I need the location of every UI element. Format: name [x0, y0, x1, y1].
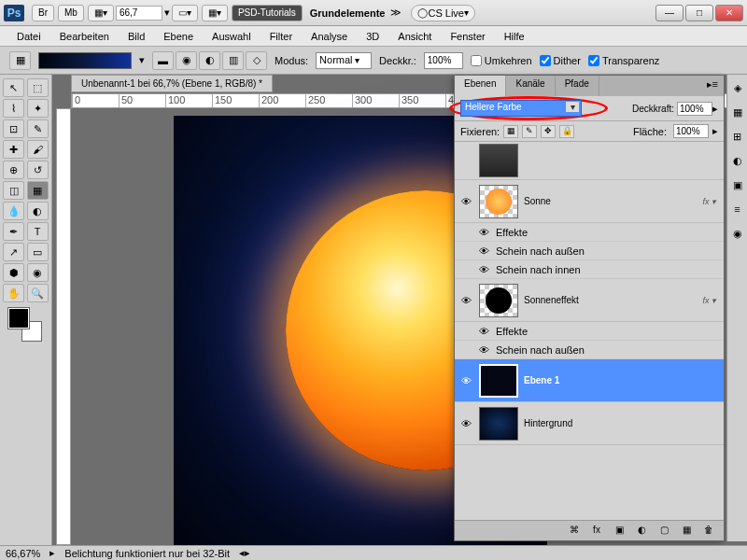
- wand-tool[interactable]: ✦: [27, 99, 49, 118]
- effect-outer-glow[interactable]: 👁Schein nach außen: [455, 242, 724, 260]
- gradient-tool[interactable]: ▦: [27, 181, 49, 200]
- pen-tool[interactable]: ✒: [3, 222, 24, 241]
- dither-checkbox[interactable]: Dither: [540, 55, 581, 66]
- layer-name[interactable]: Sonneneffekt: [524, 295, 697, 305]
- styles-icon[interactable]: ⊞: [730, 129, 745, 144]
- crop-tool[interactable]: ⊡: [3, 119, 24, 138]
- adjustments-icon[interactable]: ◐: [730, 153, 745, 168]
- menu-ansicht[interactable]: Ansicht: [390, 29, 439, 44]
- reverse-checkbox[interactable]: Umkehren: [471, 55, 532, 66]
- layer-sonne[interactable]: 👁 Sonne fx ▾: [455, 180, 724, 223]
- new-layer-icon[interactable]: ▦: [679, 525, 694, 538]
- lasso-tool[interactable]: ⌇: [3, 99, 24, 118]
- group-icon[interactable]: ▢: [656, 525, 671, 538]
- visibility-icon[interactable]: 👁: [458, 195, 473, 208]
- workspace-grundelemente[interactable]: Grundelemente: [310, 7, 386, 19]
- gradient-angle-icon[interactable]: ◐: [199, 51, 220, 70]
- shape-tool[interactable]: ▭: [27, 243, 49, 261]
- window-close[interactable]: ✕: [715, 5, 743, 21]
- menu-fenster[interactable]: Fenster: [443, 29, 492, 44]
- 3d-camera-tool[interactable]: ◉: [27, 263, 49, 282]
- dodge-tool[interactable]: ◐: [27, 202, 49, 220]
- lock-all-icon[interactable]: 🔒: [559, 125, 574, 138]
- fx-icon[interactable]: fx ▾: [702, 197, 716, 206]
- history-brush-tool[interactable]: ↺: [27, 161, 49, 179]
- tab-ebenen[interactable]: Ebenen: [455, 76, 506, 96]
- transparency-checkbox[interactable]: Transparenz: [588, 55, 659, 66]
- lock-pixels-icon[interactable]: ✎: [522, 125, 537, 138]
- gradient-radial-icon[interactable]: ◉: [176, 51, 197, 70]
- blend-mode-dropdown[interactable]: Hellere Farbe: [460, 100, 582, 117]
- gradient-reflected-icon[interactable]: ▥: [222, 51, 244, 70]
- healing-tool[interactable]: ✚: [3, 140, 24, 159]
- marquee-tool[interactable]: ⬚: [27, 78, 49, 97]
- 3d-tool[interactable]: ⬢: [3, 263, 24, 282]
- visibility-icon[interactable]: 👁: [458, 417, 473, 430]
- layer-hintergrund[interactable]: 👁 Hintergrund: [455, 402, 724, 445]
- workspace-psd-tutorials[interactable]: PSD-Tutorials: [232, 5, 303, 21]
- effect-inner-glow[interactable]: 👁Schein nach innen: [455, 260, 724, 279]
- move-tool[interactable]: ↖: [3, 78, 24, 97]
- adjustment-layer-icon[interactable]: ◐: [634, 525, 649, 538]
- gradient-tool-icon[interactable]: ▦: [9, 51, 31, 70]
- stamp-tool[interactable]: ⊕: [3, 161, 24, 179]
- document-tab[interactable]: Unbenannt-1 bei 66,7% (Ebene 1, RGB/8) *: [71, 75, 273, 92]
- menu-hilfe[interactable]: Hilfe: [497, 29, 532, 44]
- zoom-input[interactable]: [116, 6, 162, 21]
- view-extras-button[interactable]: ▦▾: [88, 5, 114, 21]
- eraser-tool[interactable]: ◫: [3, 181, 24, 200]
- layer-thumb[interactable]: [479, 407, 518, 441]
- gradient-diamond-icon[interactable]: ◇: [246, 51, 267, 70]
- menu-datei[interactable]: Datei: [9, 29, 49, 44]
- effects-group[interactable]: 👁Effekte: [455, 322, 724, 341]
- layer-thumb[interactable]: [479, 284, 518, 317]
- layer-sonneneffekt[interactable]: 👁 Sonneneffekt fx ▾: [455, 279, 724, 322]
- lock-transparency-icon[interactable]: ▦: [503, 125, 518, 138]
- layer-style-icon[interactable]: fx: [589, 525, 604, 538]
- link-layers-icon[interactable]: ⌘: [567, 525, 582, 538]
- layer-name[interactable]: Ebene 1: [524, 375, 720, 385]
- foreground-color[interactable]: [8, 308, 29, 329]
- menu-filter[interactable]: Filter: [262, 29, 300, 44]
- color-picker[interactable]: [8, 308, 42, 342]
- window-minimize[interactable]: —: [655, 5, 684, 21]
- brush-tool[interactable]: 🖌: [27, 140, 49, 159]
- arrange-button[interactable]: ▦▾: [202, 5, 228, 21]
- menu-auswahl[interactable]: Auswahl: [204, 29, 259, 44]
- path-tool[interactable]: ↗: [3, 243, 24, 261]
- blur-tool[interactable]: 💧: [3, 202, 24, 220]
- menu-3d[interactable]: 3D: [359, 29, 387, 44]
- channels-icon[interactable]: ≡: [730, 202, 745, 217]
- panel-menu-icon[interactable]: ▸≡: [701, 76, 724, 96]
- type-tool[interactable]: T: [27, 222, 49, 241]
- opacity-input[interactable]: [424, 52, 463, 69]
- visibility-icon[interactable]: [458, 154, 473, 167]
- gradient-linear-icon[interactable]: ▬: [152, 51, 174, 70]
- layer-name[interactable]: Hintergrund: [524, 418, 720, 428]
- menu-bearbeiten[interactable]: Bearbeiten: [52, 29, 117, 44]
- fx-icon[interactable]: fx ▾: [702, 296, 716, 305]
- visibility-icon[interactable]: 👁: [458, 374, 473, 387]
- swatches-icon[interactable]: ◈: [730, 80, 745, 95]
- lock-position-icon[interactable]: ✥: [541, 125, 556, 138]
- layer-thumb[interactable]: [479, 144, 518, 177]
- layer-mask-icon[interactable]: ▣: [612, 525, 627, 538]
- zoom-tool[interactable]: 🔍: [27, 284, 49, 302]
- layer-clouds[interactable]: [455, 142, 724, 180]
- paths-icon[interactable]: ◉: [730, 226, 745, 241]
- window-maximize[interactable]: □: [685, 5, 713, 21]
- status-zoom[interactable]: 66,67%: [6, 548, 40, 559]
- effect-outer-glow[interactable]: 👁Schein nach außen: [455, 341, 724, 359]
- screen-mode-button[interactable]: ▭▾: [172, 5, 198, 21]
- layer-thumb[interactable]: [479, 185, 518, 218]
- bridge-button[interactable]: Br: [32, 5, 54, 21]
- gradient-preview[interactable]: [38, 52, 132, 69]
- effects-group[interactable]: 👁Effekte: [455, 223, 724, 242]
- deckkraft-input[interactable]: [677, 102, 712, 116]
- menu-bild[interactable]: Bild: [120, 29, 152, 44]
- tab-pfade[interactable]: Pfade: [556, 76, 599, 96]
- tab-kanaele[interactable]: Kanäle: [506, 76, 555, 96]
- menu-ebene[interactable]: Ebene: [156, 29, 201, 44]
- layer-name[interactable]: Sonne: [524, 196, 697, 206]
- delete-layer-icon[interactable]: 🗑: [701, 525, 716, 538]
